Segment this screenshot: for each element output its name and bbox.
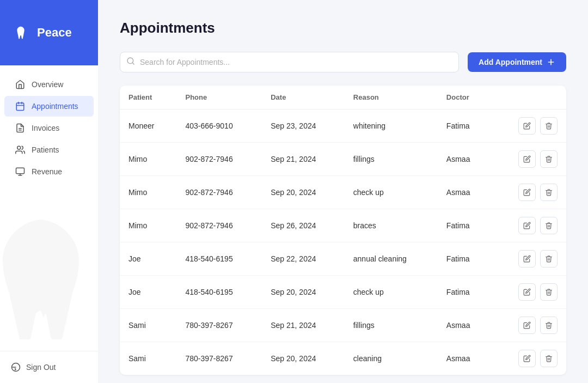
delete-button[interactable] bbox=[540, 150, 558, 168]
cell-date: Sep 26, 2024 bbox=[262, 209, 345, 242]
cell-patient: Mimo bbox=[120, 209, 176, 242]
sign-out-button[interactable]: Sign Out bbox=[11, 362, 87, 372]
delete-button[interactable] bbox=[540, 317, 558, 334]
cell-phone: 902-872-7946 bbox=[176, 143, 262, 176]
cell-patient: Joe bbox=[120, 276, 176, 309]
cell-date: Sep 20, 2024 bbox=[262, 176, 345, 209]
cell-date: Sep 20, 2024 bbox=[262, 342, 345, 375]
signout-icon bbox=[11, 362, 21, 372]
cell-date: Sep 23, 2024 bbox=[262, 110, 345, 143]
svg-point-8 bbox=[17, 146, 21, 149]
table-row: Joe 418-540-6195 Sep 22, 2024 annual cle… bbox=[120, 242, 566, 276]
sidebar-item-revenue[interactable]: Revenue bbox=[4, 161, 94, 182]
cell-actions bbox=[492, 209, 566, 242]
edit-button[interactable] bbox=[518, 217, 536, 234]
delete-button[interactable] bbox=[540, 250, 558, 268]
trash-icon bbox=[545, 155, 553, 163]
cell-date: Sep 21, 2024 bbox=[262, 143, 345, 176]
col-phone: Phone bbox=[176, 86, 262, 110]
cell-reason: fillings bbox=[345, 143, 438, 176]
trash-icon bbox=[545, 355, 553, 362]
cell-patient: Mimo bbox=[120, 143, 176, 176]
cell-doctor: Asmaa bbox=[438, 176, 492, 209]
home-icon bbox=[15, 80, 25, 89]
edit-button[interactable] bbox=[518, 250, 536, 268]
edit-button[interactable] bbox=[518, 117, 536, 135]
pencil-icon bbox=[523, 122, 531, 130]
patients-icon bbox=[15, 145, 25, 155]
cell-actions bbox=[492, 276, 566, 309]
cell-reason: annual cleaning bbox=[345, 242, 438, 276]
cell-doctor: Fatima bbox=[438, 276, 492, 309]
col-date: Date bbox=[262, 86, 345, 110]
delete-button[interactable] bbox=[540, 283, 558, 301]
invoice-icon bbox=[15, 123, 25, 133]
pencil-icon bbox=[523, 288, 531, 296]
trash-icon bbox=[545, 321, 553, 329]
edit-button[interactable] bbox=[518, 184, 536, 201]
pencil-icon bbox=[523, 222, 531, 229]
edit-button[interactable] bbox=[518, 283, 536, 301]
table-row: Sami 780-397-8267 Sep 20, 2024 cleaning … bbox=[120, 342, 566, 375]
cell-actions bbox=[492, 176, 566, 209]
tooth-icon bbox=[11, 22, 32, 43]
sidebar-item-invoices[interactable]: Invoices bbox=[4, 118, 94, 138]
cell-doctor: Fatima bbox=[438, 209, 492, 242]
delete-button[interactable] bbox=[540, 217, 558, 234]
cell-actions bbox=[492, 309, 566, 342]
cell-doctor: Fatima bbox=[438, 110, 492, 143]
edit-button[interactable] bbox=[518, 150, 536, 168]
sidebar-item-patients[interactable]: Patients bbox=[4, 139, 94, 160]
delete-button[interactable] bbox=[540, 350, 558, 367]
svg-rect-9 bbox=[16, 168, 24, 174]
sidebar-logo: Peace bbox=[0, 0, 98, 65]
cell-patient: Moneer bbox=[120, 110, 176, 143]
cell-doctor: Asmaa bbox=[438, 143, 492, 176]
edit-button[interactable] bbox=[518, 350, 536, 367]
col-patient: Patient bbox=[120, 86, 176, 110]
table-row: Moneer 403-666-9010 Sep 23, 2024 whiteni… bbox=[120, 110, 566, 143]
table-header-row: Patient Phone Date Reason Doctor bbox=[120, 86, 566, 110]
cell-phone: 403-666-9010 bbox=[176, 110, 262, 143]
cell-actions bbox=[492, 342, 566, 375]
cell-patient: Joe bbox=[120, 242, 176, 276]
cell-reason: check up bbox=[345, 276, 438, 309]
search-input[interactable] bbox=[120, 52, 459, 72]
search-icon bbox=[126, 57, 135, 68]
delete-button[interactable] bbox=[540, 117, 558, 135]
cell-actions bbox=[492, 242, 566, 276]
appointments-table: Patient Phone Date Reason Doctor Moneer … bbox=[120, 86, 566, 375]
main-content: Appointments Add Appointment Patient Pho… bbox=[98, 0, 588, 383]
cell-date: Sep 20, 2024 bbox=[262, 276, 345, 309]
edit-button[interactable] bbox=[518, 317, 536, 334]
table-row: Joe 418-540-6195 Sep 20, 2024 check up F… bbox=[120, 276, 566, 309]
delete-button[interactable] bbox=[540, 184, 558, 201]
sidebar-item-appointments[interactable]: Appointments bbox=[4, 96, 94, 117]
sidebar-item-overview[interactable]: Overview bbox=[4, 74, 94, 95]
table-row: Mimo 902-872-7946 Sep 26, 2024 braces Fa… bbox=[120, 209, 566, 242]
plus-icon bbox=[547, 58, 555, 66]
cell-patient: Mimo bbox=[120, 176, 176, 209]
svg-rect-2 bbox=[16, 103, 24, 111]
revenue-icon bbox=[15, 167, 25, 177]
cell-phone: 902-872-7946 bbox=[176, 176, 262, 209]
cell-patient: Sami bbox=[120, 309, 176, 342]
cell-date: Sep 22, 2024 bbox=[262, 242, 345, 276]
sidebar-nav: Overview Appointments Invoices Patients bbox=[0, 65, 98, 351]
cell-phone: 418-540-6195 bbox=[176, 242, 262, 276]
cell-phone: 780-397-8267 bbox=[176, 309, 262, 342]
trash-icon bbox=[545, 288, 553, 296]
cell-doctor: Asmaa bbox=[438, 342, 492, 375]
trash-icon bbox=[545, 189, 553, 196]
pencil-icon bbox=[523, 155, 531, 163]
cell-doctor: Fatima bbox=[438, 242, 492, 276]
cell-phone: 780-397-8267 bbox=[176, 342, 262, 375]
trash-icon bbox=[545, 222, 553, 229]
trash-icon bbox=[545, 122, 553, 130]
table-body: Moneer 403-666-9010 Sep 23, 2024 whiteni… bbox=[120, 110, 566, 375]
trash-icon bbox=[545, 255, 553, 263]
add-appointment-button[interactable]: Add Appointment bbox=[468, 52, 566, 72]
pencil-icon bbox=[523, 189, 531, 196]
table-row: Mimo 902-872-7946 Sep 20, 2024 check up … bbox=[120, 176, 566, 209]
pencil-icon bbox=[523, 255, 531, 263]
